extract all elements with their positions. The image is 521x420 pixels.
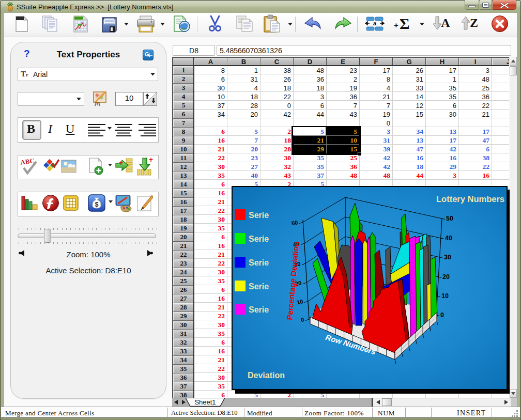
svg-text:a: a — [373, 19, 377, 27]
svg-text:Serie: Serie — [249, 258, 269, 267]
svg-text:Deviation: Deviation — [248, 371, 285, 380]
svg-text:+: + — [149, 157, 153, 164]
svg-text:Serie: Serie — [249, 211, 269, 220]
svg-text:Lottery Numbers: Lottery Numbers — [436, 194, 504, 204]
svg-text:40: 40 — [445, 235, 452, 242]
svg-text:10: 10 — [441, 292, 449, 300]
svg-text:Z: Z — [470, 16, 478, 29]
svg-text:50: 50 — [446, 215, 453, 222]
svg-text:50: 50 — [291, 219, 298, 226]
svg-text:30: 30 — [444, 254, 451, 261]
svg-text:Serie: Serie — [249, 305, 269, 314]
svg-text:+: + — [119, 159, 123, 167]
svg-text:Serie: Serie — [249, 235, 269, 243]
svg-text:$: $ — [95, 201, 99, 208]
svg-text:0: 0 — [440, 312, 444, 319]
svg-text:10: 10 — [296, 298, 303, 305]
svg-text:20: 20 — [442, 273, 450, 281]
svg-text:Serie: Serie — [249, 282, 269, 291]
svg-text:A: A — [441, 16, 450, 29]
